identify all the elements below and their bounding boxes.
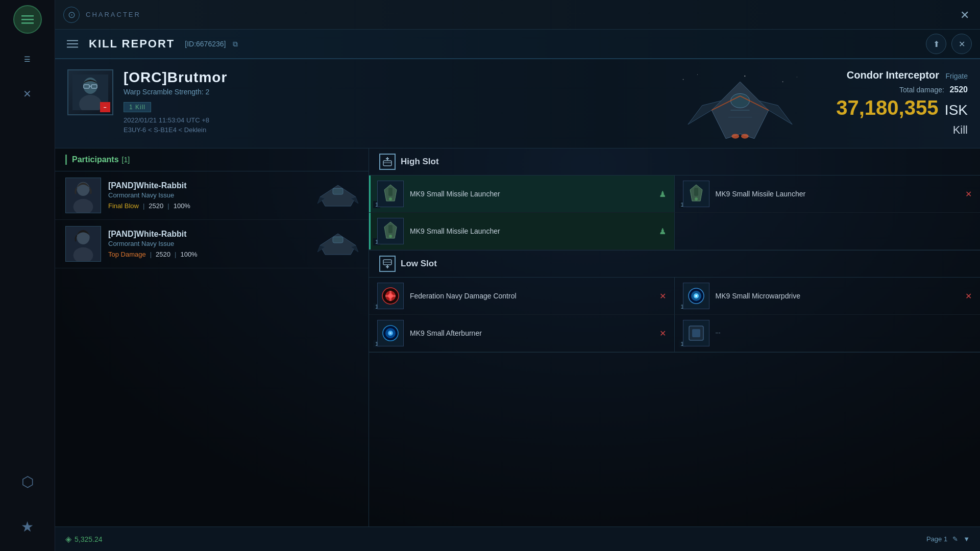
ship-type: Frigate — [945, 72, 968, 80]
slot-x-button-2[interactable]: ✕ — [965, 189, 972, 199]
participants-title: Participants — [72, 155, 119, 164]
slot-name-3: MK9 Small Missile Launcher — [410, 227, 653, 236]
kr-close-button[interactable]: ✕ — [951, 34, 972, 54]
svg-rect-62 — [385, 295, 396, 297]
main-panel: ⊙ CHARACTER KILL REPORT [ID:6676236] ⧉ ⬆… — [55, 0, 980, 551]
balance-value: 5,325.24 — [75, 535, 103, 543]
balance-icon: ◈ — [65, 534, 71, 544]
slots-panel: High Slot 1 — [369, 148, 980, 551]
slot-name-2: MK9 Small Missile Launcher — [716, 189, 960, 198]
kr-header-actions: ⬆ ✕ — [926, 34, 972, 54]
low-slot-icon — [379, 256, 396, 272]
svg-point-72 — [389, 332, 391, 334]
bottom-bar: ◈ 5,325.24 Page 1 ✎ ▼ — [55, 527, 980, 551]
participants-header: Participants [1] — [55, 148, 369, 171]
low-slot-item-3: 1 MK9 Small Afterburner — [369, 315, 675, 352]
low-slot-item-2: 1 MK9 Small Microwarpdrive — [675, 278, 981, 315]
sidebar-hamburger[interactable] — [13, 5, 42, 34]
low-slot-name-4: ··· — [716, 329, 972, 337]
svg-rect-53 — [388, 225, 393, 233]
svg-rect-49 — [694, 188, 698, 196]
svg-rect-45 — [388, 188, 393, 196]
module-icon-4 — [683, 320, 709, 346]
participant-2-ship: Cormorant Navy Issue — [108, 240, 310, 247]
slot-name-1: MK9 Small Missile Launcher — [410, 189, 653, 198]
low-slot-x-2[interactable]: ✕ — [965, 291, 972, 301]
main-close-button[interactable]: ✕ — [955, 6, 974, 24]
participant-1-stats: Final Blow | 2520 | 100% — [108, 202, 310, 210]
participants-count: [1] — [122, 156, 130, 164]
module-icon-3 — [377, 218, 404, 244]
low-slot-title: Low Slot — [401, 259, 437, 269]
stat-damage-2: 2520 — [156, 251, 170, 258]
svg-rect-40 — [333, 237, 343, 243]
slot-person-icon-3: ♟ — [659, 227, 666, 236]
victim-kill-badge: 1 Kill — [124, 102, 151, 112]
teal-highlight-bar — [369, 176, 371, 212]
kr-content: − [ORC]Brutmor Warp Scramble Strength: 2… — [55, 59, 980, 551]
kr-export-button[interactable]: ⬆ — [926, 34, 946, 54]
low-slot-name-1: Federation Navy Damage Control — [410, 291, 653, 300]
svg-rect-41 — [383, 161, 391, 166]
svg-rect-0 — [21, 15, 34, 17]
kr-body: Participants [1] — [55, 148, 980, 551]
participants-bar — [65, 155, 67, 165]
svg-point-50 — [695, 197, 698, 201]
kr-title: KILL REPORT — [89, 37, 175, 51]
filter-icon[interactable]: ▼ — [963, 535, 970, 543]
ship-display — [669, 64, 812, 156]
module-icon-2 — [683, 181, 709, 207]
svg-rect-5 — [67, 47, 78, 48]
sidebar-item-x[interactable]: ✕ — [13, 80, 42, 108]
high-slot-title: High Slot — [401, 157, 439, 167]
sidebar-item-star[interactable]: ★ — [13, 512, 42, 541]
svg-point-15 — [797, 77, 797, 77]
sidebar: ☰ ✕ ⬡ ★ — [0, 0, 55, 551]
ship-name: Condor Interceptor — [847, 69, 939, 81]
slot-person-icon-1: ♟ — [659, 189, 666, 199]
svg-rect-33 — [333, 188, 343, 194]
edit-icon[interactable]: ✎ — [952, 535, 958, 543]
participant-item: [PAND]White-Rabbit Cormorant Navy Issue … — [55, 220, 369, 268]
bottom-page: Page 1 ✎ ▼ — [926, 535, 970, 543]
low-slot-x-1[interactable]: ✕ — [659, 291, 666, 301]
low-slot-grid: 1 — [369, 278, 980, 353]
low-slot-item-4: 1 ··· — [675, 315, 981, 352]
kr-copy-icon[interactable]: ⧉ — [233, 40, 238, 48]
sidebar-item-character[interactable]: ☰ — [13, 45, 42, 73]
ship-stats: Condor Interceptor Frigate Total damage:… — [836, 69, 968, 137]
participants-panel: Participants [1] — [55, 148, 369, 551]
participant-2-info: [PAND]White-Rabbit Cormorant Navy Issue … — [108, 230, 310, 258]
high-slot-grid: 1 MK9 Small Missile Launcher ♟ — [369, 176, 980, 251]
module-icon-mwd — [683, 283, 709, 309]
module-icon-1 — [377, 181, 404, 207]
participant-item: [PAND]White-Rabbit Cormorant Navy Issue … — [55, 171, 369, 220]
stat-top-dmg-label: Top Damage — [108, 251, 146, 258]
stat-percent-2: 100% — [180, 251, 197, 258]
stat-percent-1: 100% — [174, 202, 190, 210]
ship-total-dmg-label: Total damage: — [899, 86, 944, 94]
kill-report-window: KILL REPORT [ID:6676236] ⧉ ⬆ ✕ — [55, 30, 980, 551]
kr-export-icon: ⬆ — [933, 39, 940, 49]
high-slot-item-1: 1 MK9 Small Missile Launcher ♟ — [369, 176, 675, 213]
top-bar-title: CHARACTER — [86, 11, 141, 18]
high-slot-empty — [675, 213, 981, 250]
svg-rect-2 — [21, 22, 34, 24]
low-slot-name-3: MK9 Small Afterburner — [410, 329, 653, 338]
kr-close-icon: ✕ — [959, 39, 965, 49]
svg-point-14 — [782, 81, 783, 82]
high-slot-icon — [379, 154, 396, 170]
module-icon-dc — [377, 283, 404, 309]
sidebar-item-faction[interactable]: ⬡ — [13, 467, 42, 496]
ship-total-dmg-val: 2520 — [949, 85, 968, 94]
character-top-bar: ⊙ CHARACTER — [55, 0, 980, 30]
svg-point-54 — [389, 235, 392, 238]
low-slot-x-3[interactable]: ✕ — [659, 329, 666, 338]
participant-1-avatar — [65, 178, 101, 213]
svg-rect-4 — [67, 43, 78, 44]
kr-menu-button[interactable] — [63, 35, 82, 53]
victim-avatar: − — [67, 69, 113, 115]
svg-point-22 — [741, 134, 749, 138]
stat-damage-1: 2520 — [149, 202, 163, 210]
kr-header-bar: KILL REPORT [ID:6676236] ⧉ ⬆ ✕ — [55, 30, 980, 59]
